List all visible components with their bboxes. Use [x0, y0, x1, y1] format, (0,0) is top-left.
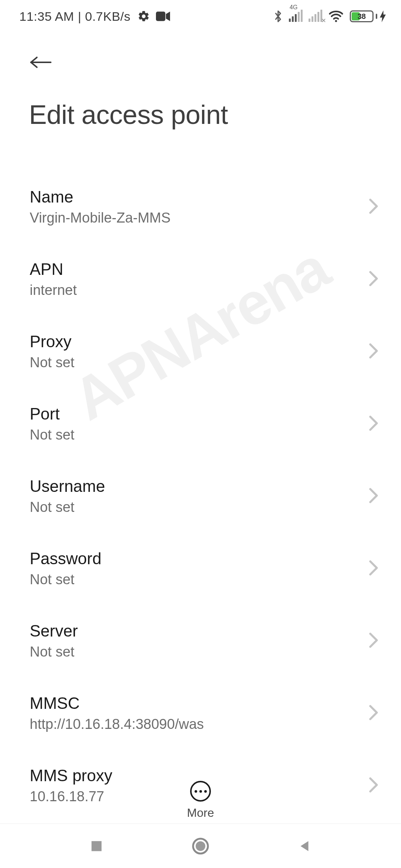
row-label: Username [30, 477, 361, 496]
row-name[interactable]: Name Virgin-Mobile-Za-MMS [0, 171, 401, 243]
nav-recent-button[interactable] [84, 833, 110, 859]
wifi-icon [328, 10, 344, 23]
svg-rect-0 [156, 11, 165, 21]
row-label: Port [30, 405, 361, 423]
charging-bolt-icon [379, 10, 386, 22]
chevron-right-icon [368, 560, 379, 578]
gear-icon [137, 10, 150, 23]
row-value: Not set [30, 355, 361, 371]
row-label: Password [30, 549, 361, 568]
page-title: Edit access point [29, 99, 379, 130]
arrow-left-icon [29, 54, 53, 70]
row-label: Server [30, 622, 361, 640]
status-separator: | [78, 9, 81, 24]
row-value: Not set [30, 427, 361, 443]
row-port[interactable]: Port Not set [0, 388, 401, 460]
triangle-left-icon [298, 839, 311, 854]
status-net-speed: 0.7KB/s [85, 9, 131, 24]
signal-4g-label: 4G [290, 4, 297, 11]
row-label: MMSC [30, 694, 361, 713]
chevron-right-icon [368, 487, 379, 505]
battery-indicator: 38 [350, 10, 386, 22]
row-label: Proxy [30, 332, 361, 351]
more-label: More [187, 806, 214, 820]
row-label: APN [30, 260, 361, 279]
svg-point-1 [335, 20, 337, 22]
row-value: http://10.16.18.4:38090/was [30, 716, 361, 732]
svg-point-5 [196, 841, 205, 851]
row-mmsc[interactable]: MMSC http://10.16.18.4:38090/was [0, 677, 401, 749]
circle-icon [192, 837, 209, 855]
row-value: Not set [30, 572, 361, 588]
row-password[interactable]: Password Not set [0, 532, 401, 605]
chevron-right-icon [368, 198, 379, 216]
svg-rect-3 [92, 841, 102, 851]
row-value: Not set [30, 499, 361, 515]
row-value: Virgin-Mobile-Za-MMS [30, 210, 361, 226]
status-bar: 11:35 AM | 0.7KB/s 4G ✕ 38 [0, 0, 401, 33]
back-button[interactable] [29, 47, 59, 77]
nav-back-button[interactable] [291, 833, 317, 859]
square-icon [90, 839, 103, 853]
more-horizontal-icon [190, 781, 211, 802]
row-value: Not set [30, 644, 361, 660]
row-value: internet [30, 282, 361, 298]
signal-sim1-icon: 4G [289, 11, 303, 22]
chevron-right-icon [368, 632, 379, 650]
bluetooth-icon [273, 9, 283, 23]
camera-icon [156, 11, 170, 22]
row-server[interactable]: Server Not set [0, 605, 401, 677]
row-proxy[interactable]: Proxy Not set [0, 315, 401, 388]
settings-list: Name Virgin-Mobile-Za-MMS APN internet P… [0, 171, 401, 801]
signal-sim2-icon: ✕ [309, 11, 322, 22]
nav-home-button[interactable] [188, 833, 213, 859]
system-nav-bar [0, 823, 401, 868]
row-username[interactable]: Username Not set [0, 460, 401, 532]
chevron-right-icon [368, 270, 379, 288]
chevron-right-icon [368, 415, 379, 433]
row-label: Name [30, 188, 361, 206]
more-button[interactable]: More [0, 781, 401, 820]
status-time: 11:35 AM [19, 9, 74, 24]
chevron-right-icon [368, 343, 379, 361]
row-apn[interactable]: APN internet [0, 243, 401, 315]
battery-percent-label: 38 [351, 12, 372, 21]
chevron-right-icon [368, 704, 379, 722]
